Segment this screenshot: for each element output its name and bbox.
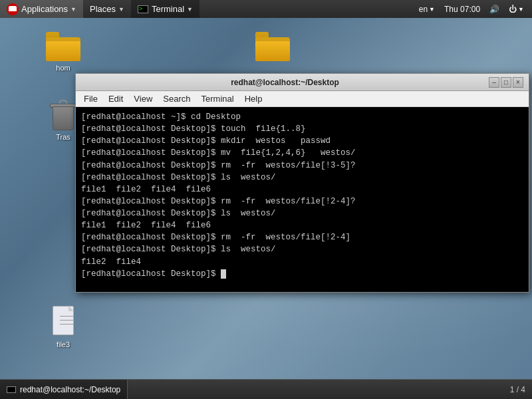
terminal-label: Terminal	[152, 4, 184, 14]
home-folder-icon[interactable]: hom	[37, 32, 90, 72]
maximize-button[interactable]: □	[501, 77, 511, 88]
file-shape	[50, 306, 76, 338]
menu-search[interactable]: Search	[158, 92, 196, 105]
terminal-menubar: File Edit View Search Terminal Help	[76, 91, 529, 107]
trash-body	[53, 106, 74, 130]
folder2-shape	[255, 32, 290, 61]
terminal-content[interactable]: [redhat@localhost ~]$ cd Desktop [redhat…	[76, 107, 529, 292]
power-icon: ⏻	[509, 5, 517, 14]
terminal-line-1: [redhat@localhost ~]$ cd Desktop [redhat…	[81, 112, 356, 279]
terminal-window-title: redhat@localhost:~/Desktop	[81, 78, 489, 87]
volume-control[interactable]: 🔊	[485, 0, 503, 18]
file3-label: file3	[55, 340, 72, 349]
menu-edit[interactable]: Edit	[103, 92, 128, 105]
folder2-label	[271, 63, 275, 65]
home-icon-label: hom	[54, 63, 72, 72]
volume-icon: 🔊	[489, 5, 499, 14]
clock-label: Thu 07:00	[444, 5, 480, 14]
menu-view[interactable]: View	[128, 92, 158, 105]
language-label: en	[419, 5, 428, 14]
file-corner	[68, 306, 74, 311]
clock[interactable]: Thu 07:00	[440, 0, 484, 18]
places-label: Places	[90, 4, 116, 14]
folder2-front	[255, 41, 290, 61]
page-indicator: 1 / 4	[503, 385, 532, 394]
terminal-taskbar-button[interactable]: redhat@localhost:~/Desktop	[0, 380, 128, 399]
applications-menu[interactable]: Applications ▼	[0, 0, 83, 18]
language-selector[interactable]: en ▼	[415, 0, 439, 18]
power-menu[interactable]: ⏻ ▼	[505, 0, 528, 18]
places-arrow-icon: ▼	[118, 6, 124, 13]
folder2-icon[interactable]	[246, 32, 299, 65]
applications-label: Applications	[21, 4, 68, 14]
power-arrow-icon: ▼	[518, 6, 524, 13]
places-menu[interactable]: Places ▼	[83, 0, 131, 18]
folder-shape	[46, 32, 80, 61]
minimize-button[interactable]: –	[489, 77, 499, 88]
terminal-arrow-icon: ▼	[187, 6, 193, 13]
taskbar-right: en ▼ Thu 07:00 🔊 ⏻ ▼	[415, 0, 532, 18]
taskbar-bottom: redhat@localhost:~/Desktop 1 / 4	[0, 379, 532, 399]
terminal-taskbar-icon	[7, 386, 16, 393]
terminal-window: redhat@localhost:~/Desktop – □ × File Ed…	[75, 73, 529, 293]
lang-arrow-icon: ▼	[429, 6, 435, 13]
desktop: Applications ▼ Places ▼ Terminal ▼ en ▼ …	[0, 0, 532, 399]
trash-shape	[50, 98, 76, 130]
folder-front	[46, 41, 80, 61]
terminal-icon	[138, 5, 148, 13]
taskbar-top: Applications ▼ Places ▼ Terminal ▼ en ▼ …	[0, 0, 532, 18]
file3-icon[interactable]: file3	[37, 306, 90, 349]
close-button[interactable]: ×	[513, 77, 523, 88]
terminal-titlebar: redhat@localhost:~/Desktop – □ ×	[76, 74, 529, 91]
menu-help[interactable]: Help	[239, 92, 268, 105]
terminal-tab[interactable]: Terminal ▼	[131, 0, 200, 18]
terminal-cursor	[221, 269, 226, 279]
terminal-taskbar-label: redhat@localhost:~/Desktop	[20, 385, 120, 394]
redhat-icon	[7, 3, 19, 15]
file-line3	[60, 324, 73, 325]
trash-label: Tras	[54, 132, 72, 142]
file-line1	[60, 316, 73, 317]
window-controls: – □ ×	[489, 77, 523, 88]
menu-file[interactable]: File	[78, 92, 103, 105]
applications-arrow-icon: ▼	[70, 6, 76, 13]
menu-terminal[interactable]: Terminal	[196, 92, 239, 105]
file-line2	[60, 320, 73, 321]
page-indicator-label: 1 / 4	[510, 385, 525, 394]
